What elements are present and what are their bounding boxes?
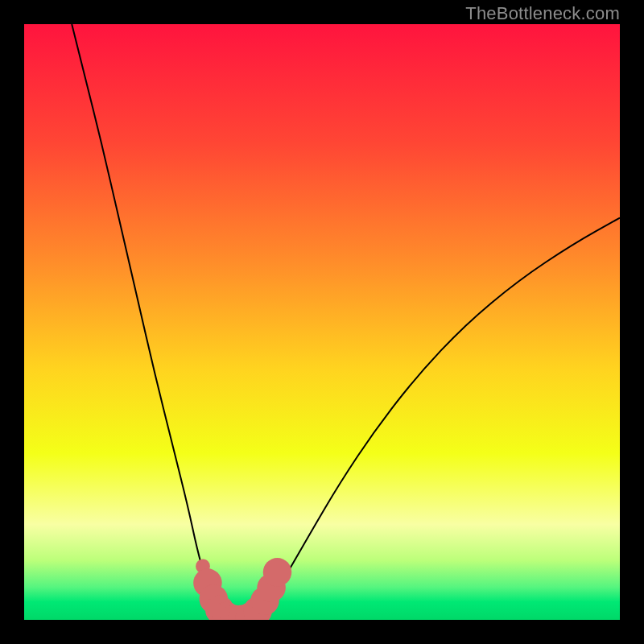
chart-svg (24, 24, 620, 620)
chart-area (24, 24, 620, 620)
outer-frame: TheBottleneck.com (0, 0, 644, 644)
watermark-text: TheBottleneck.com (465, 3, 620, 24)
chart-background (24, 24, 620, 620)
highlight-marker (263, 558, 292, 587)
